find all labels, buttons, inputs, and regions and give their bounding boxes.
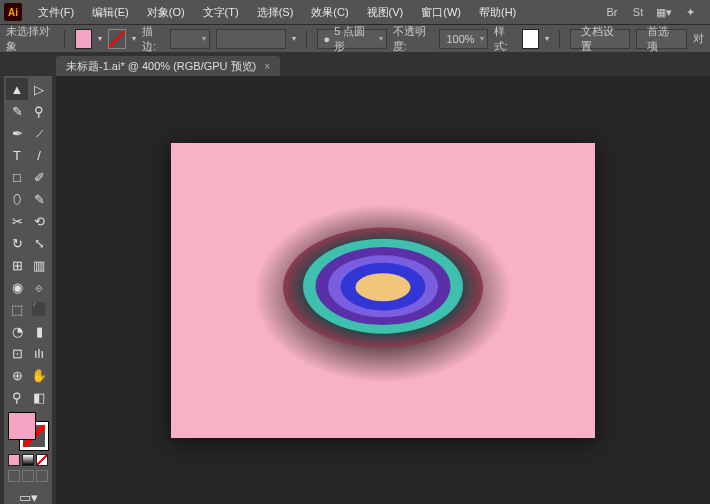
menu-effect[interactable]: 效果(C) bbox=[303, 0, 356, 24]
gradient-swatch[interactable] bbox=[22, 454, 34, 466]
fill-stroke-picker[interactable] bbox=[8, 412, 48, 450]
stroke-profile[interactable]: ● 5 点圆形 bbox=[317, 29, 387, 49]
artwork-ring-6[interactable] bbox=[356, 273, 411, 301]
fill-color[interactable] bbox=[8, 412, 36, 440]
stroke-profile-value: 5 点圆形 bbox=[334, 24, 369, 54]
stroke-swatch[interactable] bbox=[108, 29, 126, 49]
selection-tool[interactable]: ▲ bbox=[6, 78, 28, 100]
zoom-tool[interactable]: ⚲ bbox=[6, 386, 28, 408]
bridge-icon[interactable]: Br bbox=[604, 4, 620, 20]
brush-field[interactable] bbox=[216, 29, 286, 49]
brush-dropdown-icon[interactable]: ▾ bbox=[292, 34, 296, 43]
symbol-tool[interactable]: ▮ bbox=[28, 320, 50, 342]
control-bar: 未选择对象 ▾ ▾ 描边: ▾ ● 5 点圆形 不透明度: 100% 样式: ▾… bbox=[0, 24, 710, 52]
rectangle-tool[interactable]: □ bbox=[6, 166, 28, 188]
magic-wand-tool[interactable]: ✎ bbox=[6, 100, 28, 122]
menu-edit[interactable]: 编辑(E) bbox=[84, 0, 137, 24]
artboard-tool[interactable]: ⊕ bbox=[6, 364, 28, 386]
slice-tool[interactable]: ◧ bbox=[28, 386, 50, 408]
separator bbox=[559, 30, 560, 48]
perspective-tool[interactable]: ◉ bbox=[6, 276, 28, 298]
screen-mode-row bbox=[6, 470, 50, 482]
menubar: Ai 文件(F) 编辑(E) 对象(O) 文字(T) 选择(S) 效果(C) 视… bbox=[0, 0, 710, 24]
swatch-dropdown-icon[interactable]: ▾ bbox=[98, 34, 102, 43]
graphic-style-swatch[interactable] bbox=[522, 29, 540, 49]
type-tool[interactable]: T bbox=[6, 144, 28, 166]
menu-object[interactable]: 对象(O) bbox=[139, 0, 193, 24]
stroke-weight-input[interactable] bbox=[170, 29, 210, 49]
color-swatch[interactable] bbox=[8, 454, 20, 466]
fill-swatch[interactable] bbox=[75, 29, 93, 49]
screen-mode-button[interactable]: ▭▾ bbox=[6, 486, 50, 504]
separator bbox=[64, 30, 65, 48]
blend-tool[interactable]: ◔ bbox=[6, 320, 28, 342]
stroke-label: 描边: bbox=[142, 24, 164, 54]
style-label: 样式: bbox=[494, 24, 516, 54]
style-dropdown-icon[interactable]: ▾ bbox=[545, 34, 549, 43]
mesh-tool[interactable]: ⟐ bbox=[28, 276, 50, 298]
gpu-icon[interactable]: ✦ bbox=[682, 4, 698, 20]
graph-tool[interactable]: ⊡ bbox=[6, 342, 28, 364]
shape-builder-tool[interactable]: ▥ bbox=[28, 254, 50, 276]
direct-selection-tool[interactable]: ▷ bbox=[28, 78, 50, 100]
document-setup-button[interactable]: 文档设置 bbox=[570, 29, 630, 49]
tab-title: 未标题-1.ai* @ 400% (RGB/GPU 预览) bbox=[66, 59, 256, 74]
opacity-value: 100% bbox=[446, 33, 474, 45]
document-tab[interactable]: 未标题-1.ai* @ 400% (RGB/GPU 预览) × bbox=[56, 56, 280, 76]
menu-view[interactable]: 视图(V) bbox=[359, 0, 412, 24]
free-transform-tool[interactable]: ⊞ bbox=[6, 254, 28, 276]
menubar-right: Br St ▦▾ ✦ bbox=[604, 4, 706, 20]
menu-window[interactable]: 窗口(W) bbox=[413, 0, 469, 24]
menu-select[interactable]: 选择(S) bbox=[249, 0, 302, 24]
hand-tool[interactable]: ✋ bbox=[28, 364, 50, 386]
stock-icon[interactable]: St bbox=[630, 4, 646, 20]
separator bbox=[306, 30, 307, 48]
none-swatch[interactable] bbox=[36, 454, 48, 466]
scale-tool[interactable]: ↻ bbox=[6, 232, 28, 254]
selection-status: 未选择对象 bbox=[6, 24, 54, 54]
pen-tool[interactable]: ✒ bbox=[6, 122, 28, 144]
artboard[interactable] bbox=[171, 143, 595, 438]
menu-help[interactable]: 帮助(H) bbox=[471, 0, 524, 24]
stroke-dropdown-icon[interactable]: ▾ bbox=[132, 34, 136, 43]
draw-behind[interactable] bbox=[22, 470, 34, 482]
opacity-input[interactable]: 100% bbox=[439, 29, 487, 49]
scissors-tool[interactable]: ✂ bbox=[6, 210, 28, 232]
opacity-label: 不透明度: bbox=[393, 24, 434, 54]
gradient-tool[interactable]: ⬚ bbox=[6, 298, 28, 320]
app-logo: Ai bbox=[4, 3, 22, 21]
eyedropper-tool[interactable]: ⬛ bbox=[28, 298, 50, 320]
line-tool[interactable]: / bbox=[28, 144, 50, 166]
color-mode-swatches bbox=[6, 454, 50, 466]
curvature-tool[interactable]: ⟋ bbox=[28, 122, 50, 144]
canvas-workspace[interactable] bbox=[56, 76, 710, 504]
width-tool[interactable]: ⤡ bbox=[28, 232, 50, 254]
align-label: 对 bbox=[693, 31, 704, 46]
toolbox: ▲ ▷ ✎ ⚲ ✒ ⟋ T / □ ✐ ⬯ ✎ ✂ ⟲ ↻ ⤡ ⊞ ▥ ◉ ⟐ … bbox=[4, 76, 52, 504]
rotate-tool[interactable]: ⟲ bbox=[28, 210, 50, 232]
shaper-tool[interactable]: ⬯ bbox=[6, 188, 28, 210]
column-graph-tool[interactable]: ılı bbox=[28, 342, 50, 364]
paintbrush-tool[interactable]: ✐ bbox=[28, 166, 50, 188]
eraser-tool[interactable]: ✎ bbox=[28, 188, 50, 210]
close-icon[interactable]: × bbox=[264, 61, 270, 72]
lasso-tool[interactable]: ⚲ bbox=[28, 100, 50, 122]
arrange-icon[interactable]: ▦▾ bbox=[656, 4, 672, 20]
draw-mode[interactable] bbox=[8, 470, 20, 482]
document-tabbar: 未标题-1.ai* @ 400% (RGB/GPU 预览) × bbox=[0, 52, 710, 76]
menu-file[interactable]: 文件(F) bbox=[30, 0, 82, 24]
draw-inside[interactable] bbox=[36, 470, 48, 482]
preferences-button[interactable]: 首选项 bbox=[636, 29, 687, 49]
menu-type[interactable]: 文字(T) bbox=[195, 0, 247, 24]
